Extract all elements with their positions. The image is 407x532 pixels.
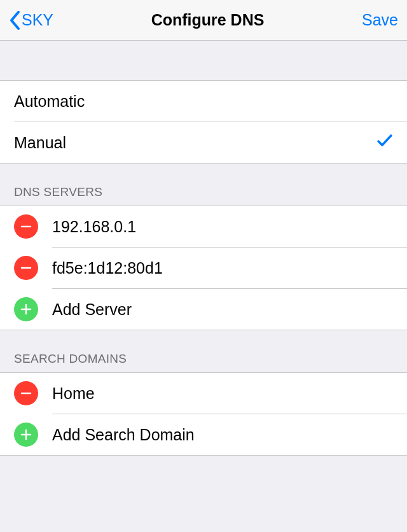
search-domains-group: Home Add Search Domain xyxy=(0,372,407,456)
save-button[interactable]: Save xyxy=(362,11,398,29)
remove-icon[interactable] xyxy=(14,214,38,239)
spacer xyxy=(0,41,407,81)
mode-manual-label: Manual xyxy=(14,134,66,152)
remove-icon[interactable] xyxy=(14,256,38,280)
checkmark-icon xyxy=(376,132,393,153)
add-icon[interactable] xyxy=(14,297,38,321)
dns-servers-group: 192.168.0.1 fd5e:1d12:80d1 Add Server xyxy=(0,206,407,330)
search-domains-header: SEARCH DOMAINS xyxy=(0,330,407,372)
remove-icon[interactable] xyxy=(14,381,38,405)
add-server-label: Add Server xyxy=(52,300,132,319)
chevron-left-icon xyxy=(9,10,20,31)
search-domain-row[interactable]: Home xyxy=(0,373,407,414)
mode-group: Automatic Manual xyxy=(0,81,407,164)
mode-manual-row[interactable]: Manual xyxy=(0,122,407,163)
mode-automatic-label: Automatic xyxy=(14,92,85,111)
back-button[interactable]: SKY xyxy=(9,10,53,31)
dns-server-value: fd5e:1d12:80d1 xyxy=(52,259,163,277)
dns-server-value: 192.168.0.1 xyxy=(52,218,136,236)
add-server-row[interactable]: Add Server xyxy=(0,289,407,330)
dns-servers-header: DNS SERVERS xyxy=(0,164,407,206)
add-search-domain-row[interactable]: Add Search Domain xyxy=(0,414,407,455)
page-title: Configure DNS xyxy=(151,11,265,29)
search-domain-value: Home xyxy=(52,384,95,403)
mode-automatic-row[interactable]: Automatic xyxy=(0,81,407,122)
dns-server-row[interactable]: 192.168.0.1 xyxy=(0,206,407,247)
add-icon[interactable] xyxy=(14,423,38,447)
back-label: SKY xyxy=(22,11,53,29)
dns-server-row[interactable]: fd5e:1d12:80d1 xyxy=(0,248,407,288)
navbar: SKY Configure DNS Save xyxy=(0,0,407,41)
add-search-domain-label: Add Search Domain xyxy=(52,426,195,444)
